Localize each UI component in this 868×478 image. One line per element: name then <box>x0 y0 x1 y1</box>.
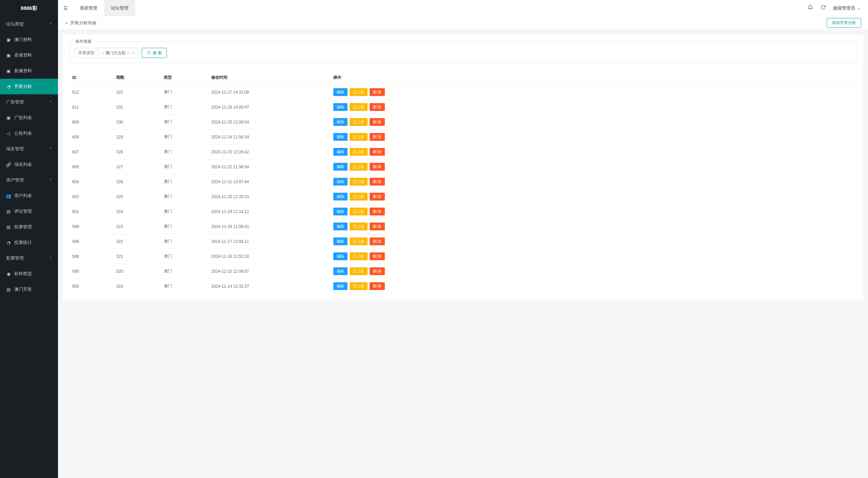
sidebar-group-header[interactable]: 广告管理⌃ <box>0 94 58 110</box>
cell-type: 澳门 <box>161 159 209 174</box>
sidebar: 8886彩 论坛类型⌃▣澳门资料▣香港资料▣新澳资料◔开奖分析广告管理⌃▣广告列… <box>0 0 58 478</box>
cell-id: 612 <box>70 85 114 100</box>
sidebar-group-header[interactable]: 论坛类型⌃ <box>0 16 58 32</box>
status-button[interactable]: 已上架 <box>350 103 368 111</box>
menu-item-label: 广告列表 <box>14 115 32 121</box>
delete-button[interactable]: 删 除 <box>370 163 385 171</box>
sidebar-macau-lottery[interactable]: ▤澳门开奖 <box>0 282 58 297</box>
status-button[interactable]: 已上架 <box>350 208 368 215</box>
delete-button[interactable]: 删 除 <box>370 193 385 200</box>
edit-button[interactable]: 编辑 <box>333 148 348 156</box>
hamburger-toggle[interactable]: ☰ <box>58 0 73 16</box>
cell-id: 605 <box>70 159 114 174</box>
edit-button[interactable]: 编辑 <box>333 118 348 126</box>
menu-item-icon: ▤ <box>6 287 11 292</box>
delete-button[interactable]: 删 除 <box>370 237 385 245</box>
status-button[interactable]: 已上架 <box>350 133 368 141</box>
edit-button[interactable]: 编辑 <box>333 88 348 96</box>
edit-button[interactable]: 编辑 <box>333 133 348 141</box>
sidebar-macau-data[interactable]: ▣澳门资料 <box>0 32 58 47</box>
sidebar-ad-list[interactable]: ▣广告列表 <box>0 110 58 126</box>
table-row: 601324澳门2024-11-19 12:14:12编辑已上架删 除 <box>70 204 856 219</box>
edit-button[interactable]: 编辑 <box>333 252 348 260</box>
table-row: 609330澳门2024-11-25 12:00:04编辑已上架删 除 <box>70 115 856 130</box>
delete-button[interactable]: 删 除 <box>370 148 385 156</box>
sidebar-lottery-analysis[interactable]: ◔开奖分析 <box>0 79 58 94</box>
lottery-type-filter[interactable]: 开奖类型 -- 澳门六合彩 -- <box>75 48 138 58</box>
sidebar-notice-list[interactable]: ◁公告列表 <box>0 126 58 141</box>
edit-button[interactable]: 编辑 <box>333 103 348 111</box>
table-row: 602325澳门2024-11-20 12:20:23编辑已上架删 除 <box>70 189 856 204</box>
delete-button[interactable]: 删 除 <box>370 223 385 230</box>
topbar: ☰ 系统管理论坛管理 超级管理员 ⌄ <box>58 0 868 16</box>
cell-time: 2024-11-22 11:58:54 <box>209 159 331 174</box>
menu-item-label: 评论管理 <box>14 208 32 214</box>
edit-button[interactable]: 编辑 <box>333 163 348 171</box>
cell-period: 331 <box>114 100 161 115</box>
breadcrumb-chevron-icon: ≫ <box>65 21 68 25</box>
cell-time: 2024-11-16 11:52:20 <box>209 249 331 264</box>
notification-button[interactable] <box>808 5 813 12</box>
delete-button[interactable]: 删 除 <box>370 282 385 290</box>
refresh-button[interactable] <box>821 5 826 11</box>
cell-actions: 编辑已上架删 除 <box>331 249 856 264</box>
status-button[interactable]: 已上架 <box>350 118 368 126</box>
edit-button[interactable]: 编辑 <box>333 193 348 200</box>
delete-button[interactable]: 删 除 <box>370 133 385 141</box>
user-menu[interactable]: 超级管理员 ⌄ <box>833 5 861 11</box>
status-button[interactable]: 已上架 <box>350 237 368 245</box>
edit-button[interactable]: 编辑 <box>333 208 348 215</box>
cell-id: 602 <box>70 189 114 204</box>
cell-time: 2024-11-19 12:14:12 <box>209 204 331 219</box>
delete-button[interactable]: 删 除 <box>370 252 385 260</box>
tab-forum[interactable]: 论坛管理 <box>104 0 135 16</box>
table-row: 598322澳门2024-11-17 12:06:11编辑已上架删 除 <box>70 234 856 249</box>
sidebar-hk-data[interactable]: ▣香港资料 <box>0 47 58 63</box>
status-button[interactable]: 已上架 <box>350 252 368 260</box>
delete-button[interactable]: 删 除 <box>370 118 385 126</box>
status-button[interactable]: 已上架 <box>350 223 368 230</box>
status-button[interactable]: 已上架 <box>350 148 368 156</box>
cell-time: 2024-11-17 12:06:11 <box>209 234 331 249</box>
cell-time: 2024-11-27 14:31:09 <box>209 85 331 100</box>
delete-button[interactable]: 删 除 <box>370 178 385 186</box>
sidebar-group-header[interactable]: 用户管理⌃ <box>0 172 58 188</box>
tab-system[interactable]: 系统管理 <box>73 0 104 16</box>
table-row: 599323澳门2024-11-18 11:56:01编辑已上架删 除 <box>70 219 856 234</box>
sidebar-vote-mgmt[interactable]: ▤投票管理 <box>0 219 58 235</box>
search-button[interactable]: 搜 索 <box>142 48 167 58</box>
sidebar-group-header[interactable]: 域名管理⌃ <box>0 141 58 157</box>
th-id: ID <box>70 71 114 85</box>
add-analysis-button[interactable]: 添加开奖分析 <box>827 18 861 28</box>
sidebar-comment-mgmt[interactable]: ▤评论管理 <box>0 204 58 219</box>
cell-time: 2024-11-14 12:31:37 <box>209 279 331 294</box>
sidebar-vote-stats[interactable]: ◔投票统计 <box>0 235 58 250</box>
cell-actions: 编辑已上架删 除 <box>331 264 856 279</box>
menu-item-label: 香港资料 <box>14 52 32 58</box>
edit-button[interactable]: 编辑 <box>333 223 348 230</box>
status-button[interactable]: 已上架 <box>350 163 368 171</box>
chevron-up-icon: ⌃ <box>49 147 52 151</box>
status-button[interactable]: 已上架 <box>350 267 368 275</box>
status-button[interactable]: 已上架 <box>350 178 368 186</box>
edit-button[interactable]: 编辑 <box>333 267 348 275</box>
delete-button[interactable]: 删 除 <box>370 267 385 275</box>
sidebar-newau-data[interactable]: ▣新澳资料 <box>0 63 58 79</box>
delete-button[interactable]: 删 除 <box>370 208 385 215</box>
status-button[interactable]: 已上架 <box>350 282 368 290</box>
edit-button[interactable]: 编辑 <box>333 237 348 245</box>
delete-button[interactable]: 删 除 <box>370 103 385 111</box>
delete-button[interactable]: 删 除 <box>370 88 385 96</box>
sidebar-group-label: 广告管理 <box>6 99 24 105</box>
sidebar-user-list[interactable]: 👥用户列表 <box>0 188 58 204</box>
status-button[interactable]: 已上架 <box>350 88 368 96</box>
table-row: 605327澳门2024-11-22 11:58:54编辑已上架删 除 <box>70 159 856 174</box>
status-button[interactable]: 已上架 <box>350 193 368 200</box>
sidebar-lottery-type[interactable]: ◉彩种类型 <box>0 266 58 282</box>
sidebar-domain-list[interactable]: 🔗域名列表 <box>0 157 58 172</box>
cell-time: 2024-11-24 11:56:34 <box>209 130 331 145</box>
edit-button[interactable]: 编辑 <box>333 282 348 290</box>
cell-actions: 编辑已上架删 除 <box>331 279 856 294</box>
sidebar-group-header[interactable]: 彩票管理⌃ <box>0 250 58 266</box>
edit-button[interactable]: 编辑 <box>333 178 348 186</box>
